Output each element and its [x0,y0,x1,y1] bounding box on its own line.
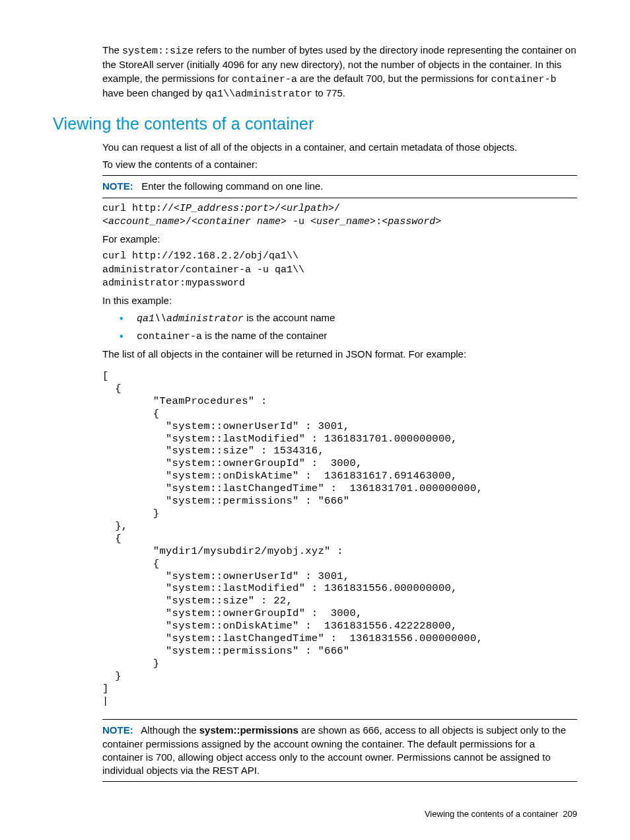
paragraph: In this example: [102,294,577,307]
note-text: Enter the following command on one line. [141,180,323,192]
text: / [275,203,281,214]
placeholder: <account_name> [102,216,186,227]
divider [102,781,577,782]
text: / [186,216,192,227]
bullet-list: qa1\\administrator is the account name c… [117,311,577,344]
text: / [334,203,340,214]
page-number: 209 [563,809,577,819]
code-inline: container-b [491,74,556,85]
text: is the account name [244,312,335,323]
footer-text: Viewing the contents of a container [425,809,558,819]
placeholder: <IP_address:port> [174,203,275,214]
command-template: curl http://<IP_address:port>/<urlpath>/… [102,202,577,229]
page-footer: Viewing the contents of a container 209 [53,808,577,820]
divider [102,175,577,176]
text: Although the [141,724,199,736]
divider [102,198,577,198]
json-output: [ { "TeamProcedures" : { "system::ownerU… [102,370,577,707]
section-heading: Viewing the contents of a container [53,113,577,135]
code-inline: qa1\\administrator [137,313,244,325]
paragraph: The list of all objects in the container… [102,348,577,361]
code-inline: container-a [232,74,297,85]
placeholder: <user_name> [310,216,376,227]
note-label: NOTE: [102,724,133,736]
note-block: NOTE: Enter the following command on one… [102,180,577,193]
list-item: container-a is the name of the container [117,329,577,344]
note-label: NOTE: [102,180,133,192]
text: -u [287,216,310,227]
text: : [376,216,382,227]
text: are the default 700, but the permissions… [297,73,491,84]
paragraph: You can request a list of all of the obj… [102,141,577,154]
text: to 775. [312,87,345,98]
text: have been changed by [102,87,205,98]
command-example: curl http://192.168.2.2/obj/qa1\\ admini… [102,250,577,290]
divider [102,719,577,720]
placeholder: <urlpath> [281,203,334,214]
text: is the name of the container [202,330,327,341]
bold-text: system::permissions [199,724,298,736]
code-inline: qa1\\administrator [205,89,312,100]
intro-paragraph: The system::size refers to the number of… [102,44,577,101]
text: curl http:// [102,203,174,214]
text: The [102,44,122,56]
paragraph: For example: [102,233,577,246]
list-item: qa1\\administrator is the account name [117,311,577,326]
code-inline: container-a [137,331,202,342]
code-inline: system::size [122,46,193,57]
note-block: NOTE: Although the system::permissions a… [102,724,577,777]
paragraph: To view the contents of a container: [102,158,577,171]
placeholder: <container name> [192,216,287,227]
placeholder: <password> [382,216,441,227]
